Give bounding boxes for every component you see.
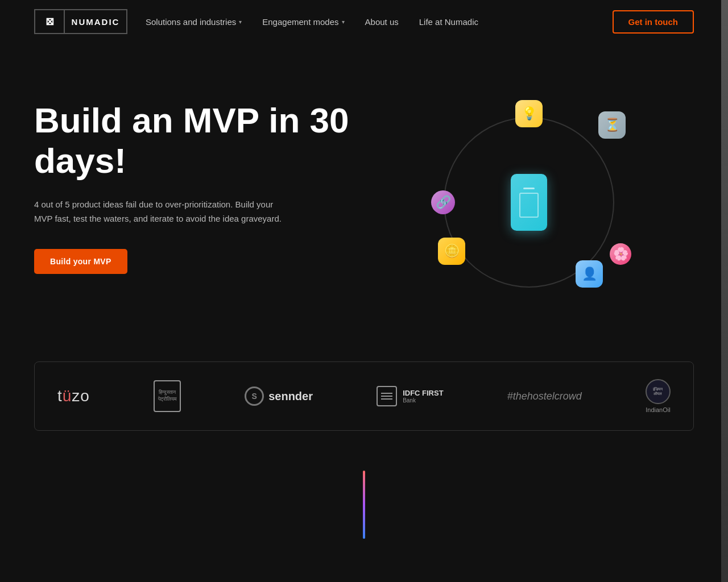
idfc-lines-icon bbox=[381, 393, 392, 400]
person-icon: 👤 bbox=[576, 260, 603, 288]
hostelcrowd-logo: #thehostelcrowd bbox=[507, 390, 582, 402]
idfc-line-2 bbox=[381, 396, 392, 397]
idfc-name: IDFC FIRST bbox=[403, 389, 444, 397]
bulb-icon: 💡 bbox=[515, 100, 543, 127]
nav-link-about[interactable]: About us bbox=[365, 17, 399, 27]
nav-link-engagement[interactable]: Engagement modes ▾ bbox=[262, 17, 344, 27]
logo-name-box: NUMADIC bbox=[65, 9, 127, 34]
indianoil-circle-icon: इंडियनऑयल bbox=[646, 379, 671, 404]
edge-decoration bbox=[721, 0, 728, 582]
logo-symbol: ⊠ bbox=[46, 15, 53, 28]
chevron-down-icon: ▾ bbox=[342, 19, 345, 25]
indianoil-text: IndianOil bbox=[646, 406, 670, 413]
brand-name: NUMADIC bbox=[72, 17, 120, 27]
nav-item-solutions[interactable]: Solutions and industries ▾ bbox=[146, 17, 242, 27]
clients-strip: tüzo हिन्दुस्तानपेट्रोलियम S sennder IDF… bbox=[34, 361, 694, 431]
client-indianoil: इंडियनऑयल IndianOil bbox=[646, 379, 671, 413]
tuzo-logo: tüzo bbox=[57, 387, 90, 405]
coins-icon: 🪙 bbox=[438, 238, 465, 265]
build-mvp-button[interactable]: Build your MVP bbox=[34, 249, 127, 274]
logo[interactable]: ⊠ NUMADIC bbox=[34, 9, 127, 34]
idfc-line-3 bbox=[381, 398, 392, 400]
hero-content: Build an MVP in 30 days! 4 out of 5 prod… bbox=[34, 77, 364, 274]
client-tuzo: tüzo bbox=[57, 387, 90, 405]
client-sennder: S sennder bbox=[245, 386, 313, 406]
nav-item-about[interactable]: About us bbox=[365, 17, 399, 27]
sennder-circle-icon: S bbox=[245, 386, 264, 406]
nav-link-solutions[interactable]: Solutions and industries ▾ bbox=[146, 17, 242, 27]
hero-subtext: 4 out of 5 product ideas fail due to ove… bbox=[34, 197, 284, 226]
indianoil-logo: इंडियनऑयल IndianOil bbox=[646, 379, 671, 413]
nav-item-life[interactable]: Life at Numadic bbox=[419, 17, 478, 27]
chevron-down-icon: ▾ bbox=[239, 19, 242, 25]
hero-heading: Build an MVP in 30 days! bbox=[34, 100, 364, 181]
idfc-logo: IDFC FIRST Bank bbox=[377, 386, 444, 406]
phone-icon bbox=[511, 174, 547, 231]
hp-logo: हिन्दुस्तानपेट्रोलियम bbox=[154, 380, 181, 412]
get-in-touch-button[interactable]: Get in touch bbox=[613, 10, 694, 34]
sennder-logo: S sennder bbox=[245, 386, 313, 406]
link-icon: 🔗 bbox=[431, 190, 455, 214]
flower-icon: 🌸 bbox=[610, 243, 631, 265]
idfc-line-1 bbox=[381, 393, 392, 394]
bottom-section bbox=[0, 454, 728, 556]
client-hostelcrowd: #thehostelcrowd bbox=[507, 390, 582, 402]
hero-section: Build an MVP in 30 days! 4 out of 5 prod… bbox=[0, 43, 728, 350]
idfc-text-group: IDFC FIRST Bank bbox=[403, 389, 444, 404]
client-hp: हिन्दुस्तानपेट्रोलियम bbox=[154, 380, 181, 412]
sennder-text: sennder bbox=[268, 390, 313, 403]
mvp-diagram: 💡 ⏳ 🪙 👤 🔗 🌸 bbox=[421, 94, 637, 310]
nav-links: Solutions and industries ▾ Engagement mo… bbox=[146, 17, 478, 27]
client-idfc: IDFC FIRST Bank bbox=[377, 386, 444, 406]
idfc-sub: Bank bbox=[403, 397, 444, 404]
nav-left: ⊠ NUMADIC Solutions and industries ▾ Eng… bbox=[34, 9, 478, 34]
hero-illustration: 💡 ⏳ 🪙 👤 🔗 🌸 bbox=[364, 77, 694, 327]
nav-item-engagement[interactable]: Engagement modes ▾ bbox=[262, 17, 344, 27]
navbar: ⊠ NUMADIC Solutions and industries ▾ Eng… bbox=[0, 0, 728, 43]
logo-icon-box: ⊠ bbox=[34, 9, 65, 34]
idfc-box-icon bbox=[377, 386, 397, 406]
hourglass-icon: ⏳ bbox=[598, 111, 626, 139]
nav-link-life[interactable]: Life at Numadic bbox=[419, 17, 478, 27]
gradient-divider bbox=[363, 471, 365, 539]
